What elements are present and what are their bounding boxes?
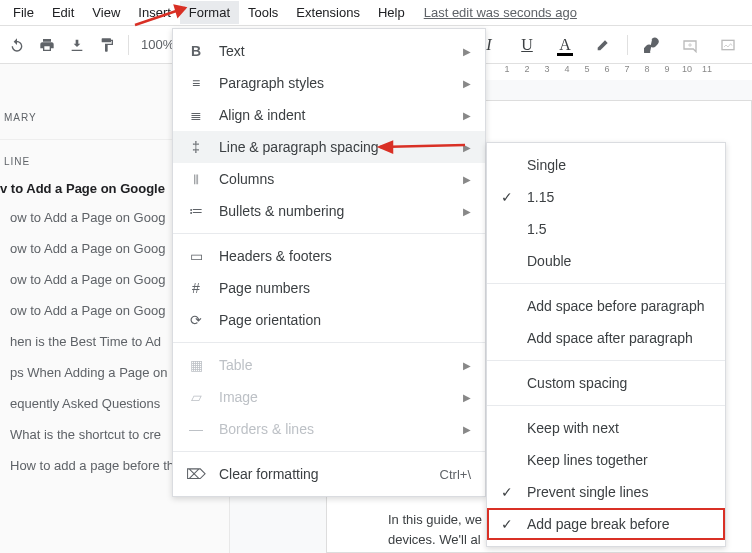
menu-format[interactable]: Format (180, 1, 239, 24)
menu-extensions[interactable]: Extensions (287, 1, 369, 24)
text-color-button[interactable]: A (551, 31, 579, 59)
menu-view[interactable]: View (83, 1, 129, 24)
menu-columns[interactable]: ⫴Columns▶ (173, 163, 485, 195)
arrow-right-icon: ▶ (463, 360, 471, 371)
columns-icon: ⫴ (187, 171, 205, 188)
underline-button[interactable]: U (513, 31, 541, 59)
line-spacing-icon: ‡ (187, 139, 205, 155)
last-edit-link[interactable]: Last edit was seconds ago (424, 5, 577, 20)
keep-lines-together[interactable]: Keep lines together (487, 444, 725, 476)
menu-headers-footers[interactable]: ▭Headers & footers (173, 240, 485, 272)
menu-line-spacing[interactable]: ‡Line & paragraph spacing▶ (173, 131, 485, 163)
arrow-right-icon: ▶ (463, 174, 471, 185)
hash-icon: # (187, 280, 205, 296)
line-spacing-submenu: Single ✓1.15 1.5 Double Add space before… (486, 142, 726, 547)
menu-tools[interactable]: Tools (239, 1, 287, 24)
arrow-right-icon: ▶ (463, 392, 471, 403)
svg-rect-0 (722, 40, 734, 49)
check-icon: ✓ (501, 516, 517, 532)
spacing-single[interactable]: Single (487, 149, 725, 181)
check-icon: ✓ (501, 484, 517, 500)
spacing-double[interactable]: Double (487, 245, 725, 277)
paint-format-icon[interactable] (98, 36, 116, 54)
comment-button[interactable] (676, 31, 704, 59)
menu-page-numbers[interactable]: #Page numbers (173, 272, 485, 304)
spacing-1-15[interactable]: ✓1.15 (487, 181, 725, 213)
spacing-1-5[interactable]: 1.5 (487, 213, 725, 245)
align-icon: ≣ (187, 107, 205, 123)
menu-insert[interactable]: Insert (129, 1, 180, 24)
prevent-single-lines[interactable]: ✓Prevent single lines (487, 476, 725, 508)
menu-borders-lines: —Borders & lines▶ (173, 413, 485, 445)
clear-format-icon: ⌦ (187, 466, 205, 482)
add-page-break-before[interactable]: ✓Add page break before (487, 508, 725, 540)
arrow-right-icon: ▶ (463, 206, 471, 217)
menu-clear-formatting[interactable]: ⌦Clear formattingCtrl+\ (173, 458, 485, 490)
add-space-before[interactable]: Add space before paragraph (487, 290, 725, 322)
orientation-icon: ⟳ (187, 312, 205, 328)
borders-icon: — (187, 421, 205, 437)
menu-bullets-numbering[interactable]: ≔Bullets & numbering▶ (173, 195, 485, 227)
header-icon: ▭ (187, 248, 205, 264)
add-space-after[interactable]: Add space after paragraph (487, 322, 725, 354)
arrow-right-icon: ▶ (463, 142, 471, 153)
undo-icon[interactable] (8, 36, 26, 54)
menu-edit[interactable]: Edit (43, 1, 83, 24)
print-icon[interactable] (38, 36, 56, 54)
menu-text[interactable]: BText▶ (173, 35, 485, 67)
shortcut-label: Ctrl+\ (440, 467, 471, 482)
arrow-right-icon: ▶ (463, 110, 471, 121)
arrow-right-icon: ▶ (463, 78, 471, 89)
menubar: File Edit View Insert Format Tools Exten… (0, 0, 752, 26)
menu-file[interactable]: File (4, 1, 43, 24)
format-dropdown: BText▶ ≡Paragraph styles▶ ≣Align & inden… (172, 28, 486, 497)
custom-spacing[interactable]: Custom spacing (487, 367, 725, 399)
bold-icon: B (187, 43, 205, 59)
image-icon: ▱ (187, 389, 205, 405)
image-button[interactable] (714, 31, 742, 59)
highlight-button[interactable] (589, 31, 617, 59)
spellcheck-icon[interactable] (68, 36, 86, 54)
menu-table: ▦Table▶ (173, 349, 485, 381)
bullets-icon: ≔ (187, 203, 205, 219)
menu-help[interactable]: Help (369, 1, 414, 24)
paragraph-icon: ≡ (187, 75, 205, 91)
document-text: In this guide, we devices. We'll al work… (388, 510, 486, 553)
arrow-right-icon: ▶ (463, 46, 471, 57)
keep-with-next[interactable]: Keep with next (487, 412, 725, 444)
link-button[interactable] (638, 31, 666, 59)
arrow-right-icon: ▶ (463, 424, 471, 435)
menu-image: ▱Image▶ (173, 381, 485, 413)
ruler: 1234567891011 (498, 64, 716, 78)
menu-paragraph-styles[interactable]: ≡Paragraph styles▶ (173, 67, 485, 99)
menu-align-indent[interactable]: ≣Align & indent▶ (173, 99, 485, 131)
menu-page-orientation[interactable]: ⟳Page orientation (173, 304, 485, 336)
check-icon: ✓ (501, 189, 517, 205)
table-icon: ▦ (187, 357, 205, 373)
